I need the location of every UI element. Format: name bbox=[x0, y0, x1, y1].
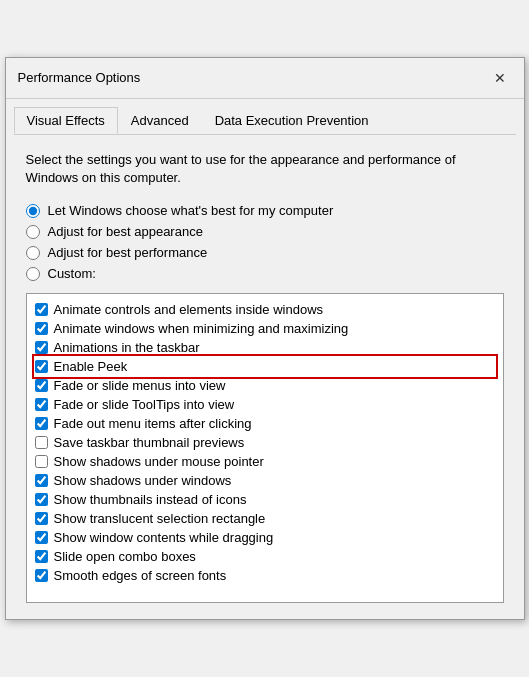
checkbox-label-fade-slide-tooltips: Fade or slide ToolTips into view bbox=[54, 397, 235, 412]
checkbox-item-show-shadows-windows[interactable]: Show shadows under windows bbox=[35, 471, 495, 490]
checkbox-item-fade-menu-items[interactable]: Fade out menu items after clicking bbox=[35, 414, 495, 433]
checkbox-smooth-edges[interactable] bbox=[35, 569, 48, 582]
tab-advanced[interactable]: Advanced bbox=[118, 107, 202, 134]
radio-let-windows-label: Let Windows choose what's best for my co… bbox=[48, 203, 334, 218]
checkbox-item-animations-taskbar[interactable]: Animations in the taskbar bbox=[35, 338, 495, 357]
checkbox-show-shadows-windows[interactable] bbox=[35, 474, 48, 487]
checkbox-label-slide-open-combo: Slide open combo boxes bbox=[54, 549, 196, 564]
checkbox-fade-menu-items[interactable] bbox=[35, 417, 48, 430]
radio-custom[interactable]: Custom: bbox=[26, 266, 504, 281]
checkbox-item-animate-controls[interactable]: Animate controls and elements inside win… bbox=[35, 300, 495, 319]
checkbox-slide-open-combo[interactable] bbox=[35, 550, 48, 563]
radio-let-windows[interactable]: Let Windows choose what's best for my co… bbox=[26, 203, 504, 218]
checkbox-show-translucent[interactable] bbox=[35, 512, 48, 525]
performance-options-dialog: Performance Options ✕ Visual Effects Adv… bbox=[5, 57, 525, 620]
checkbox-label-smooth-edges: Smooth edges of screen fonts bbox=[54, 568, 227, 583]
checkbox-item-save-taskbar-thumbnails[interactable]: Save taskbar thumbnail previews bbox=[35, 433, 495, 452]
radio-custom-input[interactable] bbox=[26, 267, 40, 281]
close-button[interactable]: ✕ bbox=[488, 66, 512, 90]
effects-list[interactable]: Animate controls and elements inside win… bbox=[26, 293, 504, 603]
checkbox-save-taskbar-thumbnails[interactable] bbox=[35, 436, 48, 449]
tab-data-execution-prevention[interactable]: Data Execution Prevention bbox=[202, 107, 382, 134]
checkbox-fade-slide-tooltips[interactable] bbox=[35, 398, 48, 411]
checkbox-item-slide-open-combo[interactable]: Slide open combo boxes bbox=[35, 547, 495, 566]
radio-let-windows-input[interactable] bbox=[26, 204, 40, 218]
checkbox-label-enable-peek: Enable Peek bbox=[54, 359, 128, 374]
checkbox-item-show-thumbnails[interactable]: Show thumbnails instead of icons bbox=[35, 490, 495, 509]
checkbox-label-fade-menu-items: Fade out menu items after clicking bbox=[54, 416, 252, 431]
checkbox-label-show-translucent: Show translucent selection rectangle bbox=[54, 511, 266, 526]
checkbox-animations-taskbar[interactable] bbox=[35, 341, 48, 354]
radio-best-performance[interactable]: Adjust for best performance bbox=[26, 245, 504, 260]
checkbox-item-enable-peek[interactable]: Enable Peek bbox=[35, 357, 495, 376]
checkbox-show-window-contents[interactable] bbox=[35, 531, 48, 544]
dialog-title: Performance Options bbox=[18, 70, 141, 85]
checkbox-item-show-shadows-mouse[interactable]: Show shadows under mouse pointer bbox=[35, 452, 495, 471]
tab-content: Select the settings you want to use for … bbox=[6, 135, 524, 619]
checkbox-item-show-window-contents[interactable]: Show window contents while dragging bbox=[35, 528, 495, 547]
checkbox-show-thumbnails[interactable] bbox=[35, 493, 48, 506]
radio-group: Let Windows choose what's best for my co… bbox=[26, 203, 504, 281]
radio-best-appearance[interactable]: Adjust for best appearance bbox=[26, 224, 504, 239]
checkbox-animate-controls[interactable] bbox=[35, 303, 48, 316]
radio-custom-label: Custom: bbox=[48, 266, 96, 281]
checkbox-label-show-window-contents: Show window contents while dragging bbox=[54, 530, 274, 545]
checkbox-item-fade-slide-tooltips[interactable]: Fade or slide ToolTips into view bbox=[35, 395, 495, 414]
radio-best-appearance-label: Adjust for best appearance bbox=[48, 224, 203, 239]
tab-visual-effects[interactable]: Visual Effects bbox=[14, 107, 118, 134]
checkbox-label-show-shadows-mouse: Show shadows under mouse pointer bbox=[54, 454, 264, 469]
tab-bar: Visual Effects Advanced Data Execution P… bbox=[6, 99, 524, 134]
checkbox-label-animate-controls: Animate controls and elements inside win… bbox=[54, 302, 324, 317]
checkbox-item-fade-slide-menus[interactable]: Fade or slide menus into view bbox=[35, 376, 495, 395]
checkbox-enable-peek[interactable] bbox=[35, 360, 48, 373]
radio-best-appearance-input[interactable] bbox=[26, 225, 40, 239]
checkbox-label-animations-taskbar: Animations in the taskbar bbox=[54, 340, 200, 355]
title-bar: Performance Options ✕ bbox=[6, 58, 524, 99]
checkbox-show-shadows-mouse[interactable] bbox=[35, 455, 48, 468]
radio-best-performance-label: Adjust for best performance bbox=[48, 245, 208, 260]
checkbox-label-show-shadows-windows: Show shadows under windows bbox=[54, 473, 232, 488]
checkbox-item-show-translucent[interactable]: Show translucent selection rectangle bbox=[35, 509, 495, 528]
radio-best-performance-input[interactable] bbox=[26, 246, 40, 260]
description-text: Select the settings you want to use for … bbox=[26, 151, 504, 187]
checkbox-item-smooth-edges[interactable]: Smooth edges of screen fonts bbox=[35, 566, 495, 585]
checkbox-fade-slide-menus[interactable] bbox=[35, 379, 48, 392]
checkbox-label-fade-slide-menus: Fade or slide menus into view bbox=[54, 378, 226, 393]
checkbox-label-save-taskbar-thumbnails: Save taskbar thumbnail previews bbox=[54, 435, 245, 450]
checkbox-item-animate-windows[interactable]: Animate windows when minimizing and maxi… bbox=[35, 319, 495, 338]
checkbox-label-show-thumbnails: Show thumbnails instead of icons bbox=[54, 492, 247, 507]
checkbox-animate-windows[interactable] bbox=[35, 322, 48, 335]
checkbox-label-animate-windows: Animate windows when minimizing and maxi… bbox=[54, 321, 349, 336]
